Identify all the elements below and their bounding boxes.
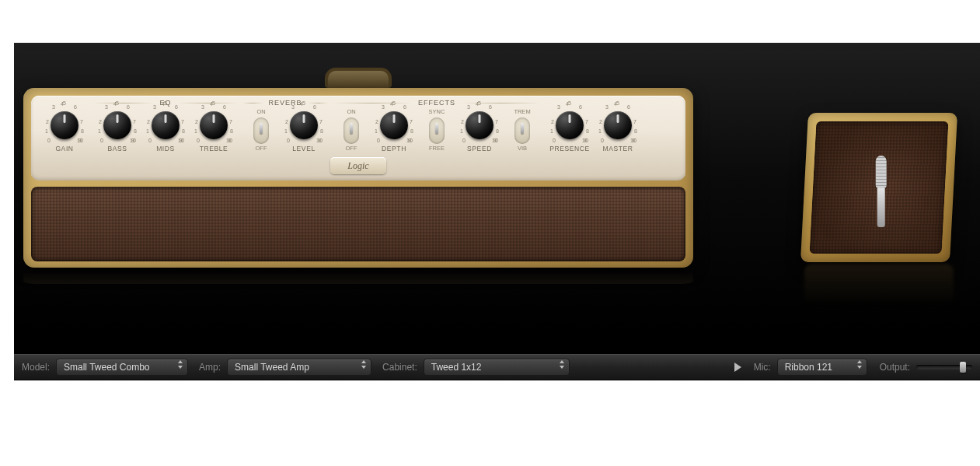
plugin-window: 012345678910 GAIN EQ	[14, 43, 980, 380]
effects-section: EFFECTS ON OFF 0123456	[333, 99, 541, 152]
cabinet-label: Cabinet:	[382, 362, 417, 373]
master-knob[interactable]: 012345678910	[601, 108, 635, 142]
amp-popup[interactable]: Small Tweed Amp	[227, 359, 371, 376]
presence-knob[interactable]: 012345678910	[553, 108, 587, 142]
gain-knob[interactable]: 012345678910	[47, 108, 82, 142]
gain-label: GAIN	[40, 145, 89, 152]
master-label: MASTER	[594, 145, 642, 152]
logo-plate: Logic	[330, 157, 386, 174]
amp-grille	[31, 187, 685, 261]
eq-section: EQ 012345678910 BASS	[93, 99, 238, 152]
reverb-level-knob[interactable]: 012345678910	[287, 108, 321, 142]
reverb-on-switch[interactable]	[253, 117, 269, 144]
amp-faceplate: 012345678910 GAIN EQ	[31, 96, 685, 180]
output-label: Output:	[880, 362, 910, 373]
model-popup[interactable]: Small Tweed Combo	[56, 359, 188, 376]
reverb-level-label: LEVEL	[280, 145, 328, 152]
reverb-section: REVERB ON OFF 01234567	[242, 99, 328, 152]
bass-label: BASS	[93, 145, 141, 152]
speed-knob[interactable]: 012345678910	[462, 108, 497, 142]
speed-label: SPEED	[455, 145, 504, 152]
treble-knob[interactable]: 012345678910	[197, 108, 231, 142]
mic-label: Mic:	[754, 362, 771, 373]
mids-knob[interactable]: 012345678910	[148, 108, 183, 142]
parameter-bar: Model: Small Tweed Combo Amp: Small Twee…	[14, 354, 980, 380]
cabinet-popup[interactable]: Tweed 1x12	[424, 359, 570, 376]
output-slider[interactable]	[916, 365, 972, 370]
presence-label: PRESENCE	[546, 145, 594, 152]
speaker-cabinet[interactable]	[800, 113, 957, 262]
cabinet-reflection	[804, 264, 954, 317]
play-icon[interactable]	[734, 363, 741, 372]
amp-handle	[325, 68, 392, 88]
amp-label: Amp:	[199, 362, 221, 373]
effects-on-switch[interactable]	[344, 117, 359, 144]
trem-vib-switch[interactable]	[514, 117, 530, 144]
model-label: Model:	[22, 362, 50, 373]
depth-knob[interactable]: 012345678910	[377, 108, 411, 142]
amp-reflection	[23, 265, 693, 284]
bass-knob[interactable]: 012345678910	[100, 108, 134, 142]
amp-head: 012345678910 GAIN EQ	[23, 68, 693, 268]
sync-switch[interactable]	[429, 117, 445, 144]
mids-label: MIDS	[141, 145, 190, 152]
treble-label: TREBLE	[190, 145, 238, 152]
mic-popup[interactable]: Ribbon 121	[777, 359, 867, 376]
microphone-icon[interactable]	[877, 156, 886, 227]
depth-label: DEPTH	[370, 145, 418, 152]
